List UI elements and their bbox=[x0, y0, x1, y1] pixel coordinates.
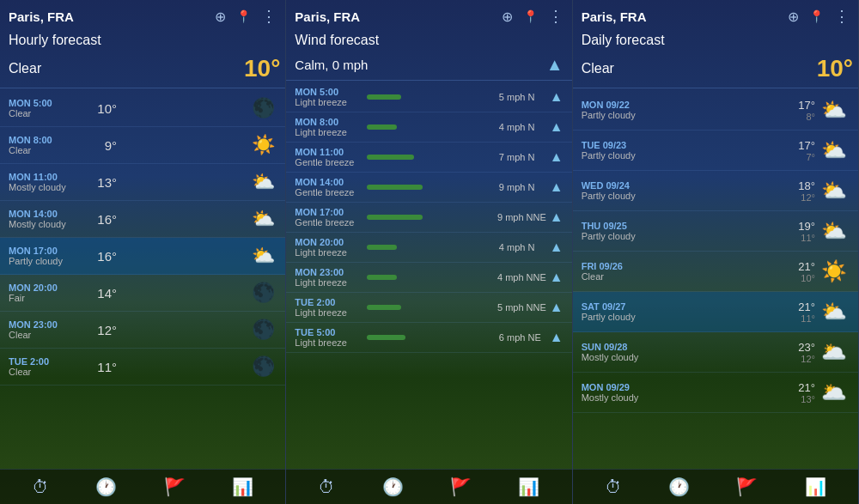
menu-icon[interactable]: ⋮ bbox=[261, 7, 277, 26]
daily-high: 21° bbox=[781, 260, 815, 273]
wind-nav-current[interactable]: ⏱ bbox=[318, 477, 335, 497]
item-icon: ⛅ bbox=[249, 205, 277, 233]
item-temp: 16° bbox=[87, 249, 117, 264]
daily-low: 11° bbox=[781, 313, 815, 324]
hourly-summary: Clear 10° bbox=[0, 52, 285, 88]
daily-location-icon[interactable]: 📍 bbox=[809, 9, 824, 23]
list-item[interactable]: MON 09/29 Mostly cloudy 21° 13° 🌥️ bbox=[573, 373, 858, 413]
list-item[interactable]: MON 23:00 Clear 12° 🌑 bbox=[0, 312, 285, 349]
list-item[interactable]: MON 11:00 Gentle breeze 7 mph N ▲ bbox=[286, 143, 571, 173]
item-time-block: MON 8:00 Clear bbox=[9, 135, 82, 155]
wind-item-day: MON 20:00 bbox=[295, 237, 363, 247]
wind-item-condition: Gentle breeze bbox=[295, 187, 363, 197]
daily-item-date: SUN 09/28 bbox=[582, 342, 650, 352]
daily-nav-wind[interactable]: 🚩 bbox=[736, 477, 758, 497]
daily-date-block: SUN 09/28 Mostly cloudy bbox=[582, 342, 650, 362]
item-time-block: MON 11:00 Mostly cloudy bbox=[9, 172, 82, 192]
daily-high: 23° bbox=[781, 341, 815, 354]
wind-item-day: MON 8:00 bbox=[295, 117, 363, 127]
list-item[interactable]: MON 17:00 Partly cloudy 16° ⛅ bbox=[0, 238, 285, 275]
daily-item-condition: Clear bbox=[582, 271, 650, 282]
wind-bar bbox=[367, 245, 397, 250]
list-item[interactable]: MON 5:00 Clear 10° 🌑 bbox=[0, 90, 285, 127]
wind-menu-icon[interactable]: ⋮ bbox=[548, 7, 564, 26]
list-item[interactable]: TUE 5:00 Light breeze 6 mph NE ▲ bbox=[286, 323, 571, 353]
daily-temps: 17° 8° bbox=[781, 99, 815, 122]
daily-item-condition: Mostly cloudy bbox=[582, 392, 650, 403]
daily-nav-current[interactable]: ⏱ bbox=[605, 477, 622, 497]
list-item[interactable]: TUE 2:00 Clear 11° 🌑 bbox=[0, 349, 285, 386]
daily-title: Daily forecast bbox=[582, 33, 665, 47]
list-item[interactable]: MON 14:00 Mostly cloudy 16° ⛅ bbox=[0, 201, 285, 238]
wind-bar-container bbox=[367, 124, 495, 130]
list-item[interactable]: MON 8:00 Clear 9° ☀️ bbox=[0, 127, 285, 164]
nav-hourly-icon[interactable]: 🕐 bbox=[95, 477, 117, 497]
wind-add-icon[interactable]: ⊕ bbox=[502, 9, 513, 25]
nav-current-icon[interactable]: ⏱ bbox=[32, 477, 49, 497]
wind-item-day: MON 23:00 bbox=[295, 267, 363, 277]
daily-item-condition: Partly cloudy bbox=[582, 150, 650, 161]
list-item[interactable]: TUE 09/23 Partly cloudy 17° 7° ⛅ bbox=[573, 131, 858, 171]
nav-daily-icon[interactable]: 📊 bbox=[232, 477, 253, 497]
daily-menu-icon[interactable]: ⋮ bbox=[834, 7, 850, 26]
wind-bar bbox=[367, 124, 397, 130]
daily-item-condition: Partly cloudy bbox=[582, 231, 650, 241]
add-location-icon[interactable]: ⊕ bbox=[215, 9, 226, 25]
list-item[interactable]: FRI 09/26 Clear 21° 10° ☀️ bbox=[573, 252, 858, 292]
wind-speed: 5 mph NNE bbox=[497, 302, 546, 313]
wind-bar-container bbox=[367, 305, 494, 310]
daily-temps: 18° 12° bbox=[781, 179, 815, 203]
daily-temps: 21° 13° bbox=[781, 381, 815, 404]
wind-item-condition: Light breeze bbox=[295, 247, 363, 258]
list-item[interactable]: SUN 09/28 Mostly cloudy 23° 12° 🌥️ bbox=[573, 332, 858, 373]
list-item[interactable]: MON 17:00 Gentle breeze 9 mph NNE ▲ bbox=[286, 203, 571, 233]
daily-temp: 10° bbox=[817, 55, 853, 82]
daily-nav-daily[interactable]: 📊 bbox=[805, 477, 826, 497]
list-item[interactable]: MON 14:00 Gentle breeze 9 mph N ▲ bbox=[286, 173, 571, 203]
daily-add-icon[interactable]: ⊕ bbox=[788, 9, 799, 25]
nav-wind-icon[interactable]: 🚩 bbox=[164, 477, 186, 497]
wind-bar bbox=[367, 305, 401, 310]
wind-panel: Paris, FRA ⊕ 📍 ⋮ Wind forecast Calm, 0 m… bbox=[286, 0, 572, 504]
list-item[interactable]: MON 8:00 Light breeze 4 mph N ▲ bbox=[286, 112, 571, 143]
list-item[interactable]: MON 20:00 Light breeze 4 mph N ▲ bbox=[286, 233, 571, 263]
wind-bar-container bbox=[367, 245, 495, 250]
wind-time-block: MON 8:00 Light breeze bbox=[295, 117, 363, 137]
item-day: MON 11:00 bbox=[9, 172, 82, 182]
item-condition: Mostly cloudy bbox=[9, 219, 82, 229]
wind-nav-daily[interactable]: 📊 bbox=[518, 477, 539, 497]
daily-nav-hourly[interactable]: 🕐 bbox=[668, 477, 690, 497]
wind-item-day: TUE 2:00 bbox=[295, 297, 363, 307]
item-icon: 🌑 bbox=[249, 353, 277, 380]
list-item[interactable]: MON 11:00 Mostly cloudy 13° ⛅ bbox=[0, 164, 285, 201]
daily-temps: 19° 11° bbox=[781, 220, 815, 243]
wind-item-day: MON 11:00 bbox=[295, 147, 363, 157]
wind-bar bbox=[367, 185, 423, 190]
list-item[interactable]: MON 5:00 Light breeze 5 mph N ▲ bbox=[286, 82, 571, 112]
wind-item-condition: Gentle breeze bbox=[295, 217, 363, 228]
list-item[interactable]: WED 09/24 Partly cloudy 18° 12° ⛅ bbox=[573, 171, 858, 211]
list-item[interactable]: THU 09/25 Partly cloudy 19° 11° ⛅ bbox=[573, 211, 858, 252]
daily-temps: 21° 11° bbox=[781, 301, 815, 324]
wind-city: Paris, FRA bbox=[295, 9, 496, 24]
daily-date-block: MON 09/29 Mostly cloudy bbox=[582, 382, 650, 403]
wind-nav-hourly[interactable]: 🕐 bbox=[382, 477, 404, 497]
list-item[interactable]: MON 09/22 Partly cloudy 17° 8° ⛅ bbox=[573, 90, 858, 131]
wind-nav-wind[interactable]: 🚩 bbox=[450, 477, 472, 497]
list-item[interactable]: TUE 2:00 Light breeze 5 mph NNE ▲ bbox=[286, 293, 571, 323]
location-icon[interactable]: 📍 bbox=[236, 9, 251, 23]
daily-item-condition: Partly cloudy bbox=[582, 191, 650, 201]
list-item[interactable]: MON 20:00 Fair 14° 🌑 bbox=[0, 275, 285, 312]
wind-bar bbox=[367, 155, 414, 160]
wind-arrow-icon: ▲ bbox=[550, 300, 564, 315]
daily-high: 17° bbox=[781, 139, 815, 152]
daily-summary: Clear 10° bbox=[573, 52, 858, 88]
wind-list: MON 5:00 Light breeze 5 mph N ▲ MON 8:00… bbox=[286, 82, 571, 469]
list-item[interactable]: SAT 09/27 Partly cloudy 21° 11° ⛅ bbox=[573, 292, 858, 332]
item-time-block: MON 23:00 Clear bbox=[9, 319, 82, 340]
wind-speed: 5 mph N bbox=[499, 92, 546, 102]
wind-location-icon[interactable]: 📍 bbox=[523, 9, 538, 23]
wind-arrow-icon: ▲ bbox=[550, 240, 564, 255]
list-item[interactable]: MON 23:00 Light breeze 4 mph NNE ▲ bbox=[286, 263, 571, 293]
wind-top-arrow: ▲ bbox=[546, 55, 564, 75]
